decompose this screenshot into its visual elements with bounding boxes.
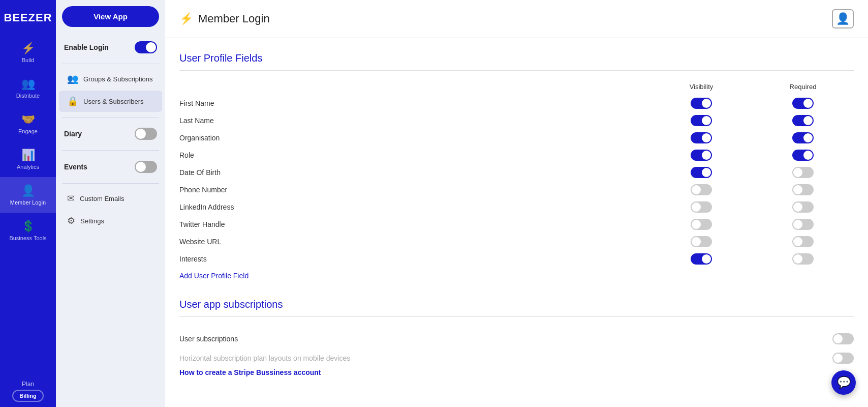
- billing-badge[interactable]: Billing: [12, 390, 44, 402]
- events-slider[interactable]: [135, 161, 157, 173]
- table-row: Website URL: [179, 233, 854, 250]
- required-slider[interactable]: [792, 115, 814, 126]
- required-toggle-website-url[interactable]: [792, 236, 814, 247]
- sidebar-users-subscribers[interactable]: 🔒 Users & Subscribers: [59, 91, 162, 112]
- nav-item-business-tools[interactable]: 💲 Business Tools: [0, 213, 56, 248]
- build-icon: ⚡: [21, 42, 35, 55]
- required-toggle-phone-number[interactable]: [792, 184, 814, 195]
- required-toggle-cell: [752, 236, 854, 247]
- sidebar-custom-emails[interactable]: ✉ Custom Emails: [59, 188, 162, 209]
- required-toggle-first-name[interactable]: [792, 98, 814, 109]
- nav-bottom: Plan Billing: [0, 375, 56, 407]
- business-tools-icon: 💲: [21, 220, 35, 233]
- required-slider[interactable]: [792, 236, 814, 247]
- visibility-toggle-website-url[interactable]: [691, 236, 712, 247]
- custom-emails-label: Custom Emails: [80, 195, 124, 202]
- required-slider[interactable]: [792, 98, 814, 109]
- visibility-toggle-phone-number[interactable]: [691, 184, 712, 195]
- add-user-profile-field-link[interactable]: Add User Profile Field: [179, 272, 249, 280]
- logo: BEEZER: [0, 5, 56, 31]
- visibility-slider[interactable]: [691, 201, 712, 213]
- nav-item-build[interactable]: ⚡ Build: [0, 35, 56, 70]
- distribute-icon: 👥: [21, 77, 35, 91]
- events-toggle[interactable]: [135, 161, 157, 173]
- enable-login-label: Enable Login: [64, 43, 109, 51]
- visibility-slider[interactable]: [691, 167, 712, 178]
- visibility-slider[interactable]: [691, 132, 712, 143]
- field-name: First Name: [179, 99, 650, 107]
- visibility-toggle-cell: [650, 184, 752, 195]
- subscriptions-heading: User app subscriptions: [179, 299, 854, 310]
- chat-bubble-button[interactable]: 💬: [831, 370, 856, 395]
- required-slider[interactable]: [792, 184, 814, 195]
- required-toggle-last-name[interactable]: [792, 115, 814, 126]
- field-name: Last Name: [179, 117, 650, 125]
- required-header: Required: [752, 83, 854, 91]
- sidebar-settings[interactable]: ⚙ Settings: [59, 210, 162, 231]
- visibility-toggle-organisation[interactable]: [691, 132, 712, 143]
- nav-item-engage[interactable]: 🤝 Engage: [0, 106, 56, 141]
- enable-login-slider[interactable]: [135, 41, 157, 53]
- required-toggle-organisation[interactable]: [792, 132, 814, 143]
- nav-item-distribute[interactable]: 👥 Distribute: [0, 70, 56, 106]
- user-profile-icon[interactable]: 👤: [832, 9, 854, 28]
- field-name: Interests: [179, 255, 650, 263]
- visibility-slider[interactable]: [691, 184, 712, 195]
- sidebar-groups-subscriptions[interactable]: 👥 Groups & Subscriptions: [59, 68, 162, 90]
- visibility-toggle-twitter-handle[interactable]: [691, 219, 712, 230]
- subscriptions-divider: [179, 316, 854, 317]
- visibility-toggle-interests[interactable]: [691, 253, 712, 265]
- visibility-toggle-date-of-birth[interactable]: [691, 167, 712, 178]
- visibility-slider[interactable]: [691, 98, 712, 109]
- required-slider[interactable]: [792, 219, 814, 230]
- required-toggle-cell: [752, 150, 854, 161]
- subscription-toggle-horizontal-layout[interactable]: [832, 353, 854, 364]
- required-toggle-cell: [752, 219, 854, 230]
- enable-login-toggle[interactable]: [135, 41, 157, 53]
- field-rows-container: First Name Last Name: [179, 95, 854, 268]
- required-toggle-interests[interactable]: [792, 253, 814, 265]
- required-slider[interactable]: [792, 201, 814, 213]
- groups-subscriptions-label: Groups & Subscriptions: [83, 75, 153, 83]
- main-content: ⚡ Member Login 👤 User Profile Fields Vis…: [165, 0, 868, 407]
- diary-toggle[interactable]: [135, 128, 157, 140]
- subscription-slider[interactable]: [832, 353, 854, 364]
- field-name: Organisation: [179, 134, 650, 142]
- visibility-slider[interactable]: [691, 253, 712, 265]
- nav-item-analytics[interactable]: 📊 Analytics: [0, 141, 56, 177]
- required-slider[interactable]: [792, 167, 814, 178]
- required-toggle-cell: [752, 184, 854, 195]
- visibility-toggle-linkedin-address[interactable]: [691, 201, 712, 213]
- events-row: Events: [56, 155, 165, 179]
- table-row: Twitter Handle: [179, 216, 854, 233]
- table-row: First Name: [179, 95, 854, 112]
- view-app-button[interactable]: View App: [62, 6, 159, 27]
- events-label: Events: [64, 163, 87, 171]
- nav-item-member-login[interactable]: 👤 Member Login: [0, 177, 56, 213]
- visibility-toggle-last-name[interactable]: [691, 115, 712, 126]
- top-bar: ⚡ Member Login 👤: [165, 0, 868, 38]
- visibility-toggle-first-name[interactable]: [691, 98, 712, 109]
- visibility-toggle-cell: [650, 98, 752, 109]
- subscription-slider[interactable]: [832, 333, 854, 344]
- stripe-link[interactable]: How to create a Stripe Bussiness account: [179, 368, 321, 376]
- visibility-toggle-cell: [650, 115, 752, 126]
- visibility-slider[interactable]: [691, 219, 712, 230]
- required-toggle-role[interactable]: [792, 150, 814, 161]
- visibility-slider[interactable]: [691, 115, 712, 126]
- required-slider[interactable]: [792, 150, 814, 161]
- required-toggle-twitter-handle[interactable]: [792, 219, 814, 230]
- visibility-toggle-role[interactable]: [691, 150, 712, 161]
- diary-slider[interactable]: [135, 128, 157, 140]
- visibility-toggle-cell: [650, 253, 752, 265]
- visibility-toggle-cell: [650, 132, 752, 143]
- required-toggle-linkedin-address[interactable]: [792, 201, 814, 213]
- visibility-slider[interactable]: [691, 150, 712, 161]
- plan-item[interactable]: Plan Billing: [0, 375, 56, 407]
- table-row: Last Name: [179, 112, 854, 129]
- required-slider[interactable]: [792, 253, 814, 265]
- visibility-slider[interactable]: [691, 236, 712, 247]
- required-toggle-date-of-birth[interactable]: [792, 167, 814, 178]
- subscription-toggle-user-subscriptions[interactable]: [832, 333, 854, 344]
- required-slider[interactable]: [792, 132, 814, 143]
